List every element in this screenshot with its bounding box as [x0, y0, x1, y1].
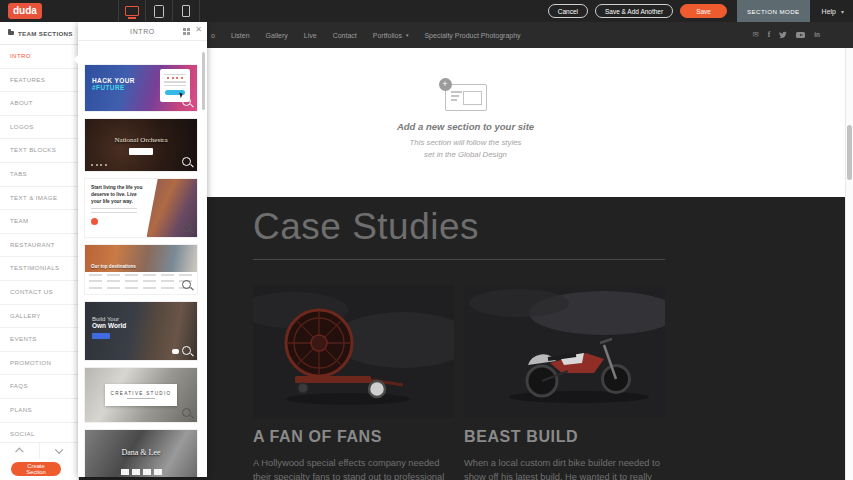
- zoom-preview-icon[interactable]: [182, 346, 191, 355]
- destinations-image: Our top destinations: [85, 245, 197, 272]
- sidebar-item-events[interactable]: EVENTS: [0, 328, 78, 352]
- zoom-preview-icon[interactable]: [182, 97, 191, 106]
- tablet-icon: [154, 5, 164, 18]
- linkedin-icon[interactable]: in: [814, 31, 820, 39]
- mini-table: [89, 274, 193, 292]
- case-study-body: A Hollywood special effects company need…: [253, 456, 454, 480]
- template-heading: Dana & Lee: [121, 448, 160, 457]
- panel-scrollbar-thumb[interactable]: [202, 52, 205, 110]
- sidebar-scroll-controls: [0, 442, 78, 459]
- scroll-up-button[interactable]: [0, 443, 40, 459]
- folder-icon: [8, 31, 14, 36]
- site-nav-social: ✉ f in: [752, 31, 820, 39]
- duda-logo[interactable]: duda: [8, 3, 42, 19]
- sidebar-item-team[interactable]: TEAM: [0, 210, 78, 234]
- case-study-title: A FAN OF FANS: [253, 428, 454, 446]
- template-heading: Own World: [92, 322, 126, 329]
- save-add-another-button[interactable]: Save & Add Another: [595, 4, 673, 18]
- mini-button: [91, 218, 98, 225]
- zoom-preview-icon[interactable]: [182, 223, 191, 232]
- sidebar-item-text-blocks[interactable]: TEXT BLOCKS: [0, 139, 78, 163]
- desktop-icon: [125, 6, 139, 16]
- template-heading: Start living the life you deserve to liv…: [91, 185, 145, 206]
- nav-item-portfolios[interactable]: Portfolios: [373, 32, 402, 39]
- create-section-button[interactable]: Create Section: [11, 462, 61, 476]
- template-heading: CREATIVE STUDIO: [111, 391, 172, 396]
- mobile-view-button[interactable]: [172, 0, 200, 22]
- sidebar-item-tabs[interactable]: TABS: [0, 163, 78, 187]
- youtube-icon[interactable]: [796, 32, 805, 39]
- nav-item-listen[interactable]: Listen: [231, 32, 250, 39]
- email-icon[interactable]: ✉: [752, 31, 758, 39]
- desktop-view-button[interactable]: [118, 0, 145, 22]
- grid-view-icon[interactable]: [183, 28, 190, 35]
- zoom-preview-icon[interactable]: [182, 280, 191, 289]
- template-list: HACK YOUR #FUTURE National Orchestra: [78, 41, 207, 477]
- add-section-subtitle-line1: This section will follow the styles: [410, 138, 522, 147]
- template-dana-lee[interactable]: Dana & Lee: [85, 430, 197, 477]
- chevron-down-icon[interactable]: ▾: [841, 8, 844, 15]
- template-live-your-way[interactable]: Start living the life you deserve to liv…: [85, 179, 197, 237]
- scroll-down-button[interactable]: [40, 443, 79, 459]
- zoom-preview-icon[interactable]: [182, 408, 191, 417]
- case-study-body: When a local custom dirt bike builder ne…: [464, 456, 665, 480]
- scrollbar-thumb[interactable]: [847, 125, 852, 180]
- fan-machine-image: [253, 285, 454, 418]
- page-scrollbar[interactable]: [845, 48, 853, 480]
- template-build-your-own-world[interactable]: Build Your Own World: [85, 302, 197, 360]
- duda-section-editor: duda Cancel Save & Add Another Save SECT…: [0, 0, 853, 480]
- facebook-icon[interactable]: f: [768, 31, 771, 39]
- sidebar-item-about[interactable]: ABOUT: [0, 92, 78, 116]
- sidebar-item-text-image[interactable]: TEXT & IMAGE: [0, 187, 78, 211]
- template-top-destinations[interactable]: Our top destinations: [85, 245, 197, 294]
- case-study-card-bike: BEAST BUILD When a local custom dirt bik…: [464, 285, 665, 480]
- template-hack-your-future[interactable]: HACK YOUR #FUTURE: [85, 65, 197, 111]
- sidebar-item-faqs[interactable]: FAQS: [0, 375, 78, 399]
- template-creative-studio[interactable]: CREATIVE STUDIO: [85, 368, 197, 422]
- add-section-subtitle-line2: set in the Global Design: [424, 150, 507, 159]
- sidebar-item-testimonials[interactable]: TESTIMONIALS: [0, 257, 78, 281]
- sidebar-item-intro[interactable]: INTRO: [0, 45, 78, 69]
- template-heading: Our top destinations: [91, 264, 136, 269]
- chat-bubble-icon: [172, 349, 179, 354]
- nav-item-gallery[interactable]: Gallery: [266, 32, 288, 39]
- tablet-view-button[interactable]: [145, 0, 172, 22]
- help-menu[interactable]: Help: [822, 8, 836, 15]
- mobile-icon: [182, 5, 190, 17]
- intro-templates-panel: INTRO ✕ HACK YOUR #FUTURE Na: [78, 22, 207, 477]
- nav-item-contact[interactable]: Contact: [333, 32, 357, 39]
- plus-icon: +: [439, 78, 452, 91]
- device-switcher: [118, 0, 200, 22]
- sidebar-item-promotion[interactable]: PROMOTION: [0, 352, 78, 376]
- sidebar-item-restaurant[interactable]: RESTAURANT: [0, 234, 78, 258]
- sections-sidebar: TEAM SECTIONS INTRO FEATURES ABOUT LOGOS…: [0, 22, 79, 480]
- mini-button: [129, 148, 153, 155]
- mini-social-icons: [91, 164, 107, 166]
- case-study-cards: A FAN OF FANS A Hollywood special effect…: [253, 285, 665, 480]
- zoom-preview-icon[interactable]: [182, 157, 191, 166]
- mini-countdown: [121, 469, 162, 475]
- close-icon[interactable]: ✕: [195, 25, 202, 34]
- chevron-down-icon: [55, 446, 63, 454]
- nav-item-specialty-product-photography[interactable]: Specialty Product Photography: [424, 32, 520, 39]
- chevron-down-icon: ▾: [406, 32, 409, 38]
- sidebar-item-features[interactable]: FEATURES: [0, 69, 78, 93]
- case-study-title: BEAST BUILD: [464, 428, 665, 446]
- template-text: Start living the life you deserve to liv…: [85, 179, 147, 237]
- sidebar-item-plans[interactable]: PLANS: [0, 399, 78, 423]
- nav-item-live[interactable]: Live: [304, 32, 317, 39]
- template-text: HACK YOUR #FUTURE: [92, 77, 135, 91]
- twitter-icon[interactable]: [779, 31, 787, 39]
- template-heading: #FUTURE: [92, 84, 135, 91]
- sidebar-item-contact-us[interactable]: CONTACT US: [0, 281, 78, 305]
- cancel-button[interactable]: Cancel: [548, 4, 588, 18]
- nav-item-partial[interactable]: o: [211, 32, 215, 39]
- case-studies-heading: Case Studies: [253, 206, 665, 248]
- template-heading: National Orchestra: [114, 136, 167, 144]
- panel-header: INTRO ✕: [78, 22, 207, 41]
- template-national-orchestra[interactable]: National Orchestra: [85, 119, 197, 171]
- sidebar-item-logos[interactable]: LOGOS: [0, 116, 78, 140]
- add-section-illustration: +: [445, 84, 487, 111]
- save-button[interactable]: Save: [680, 4, 727, 18]
- sidebar-item-gallery[interactable]: GALLERY: [0, 305, 78, 329]
